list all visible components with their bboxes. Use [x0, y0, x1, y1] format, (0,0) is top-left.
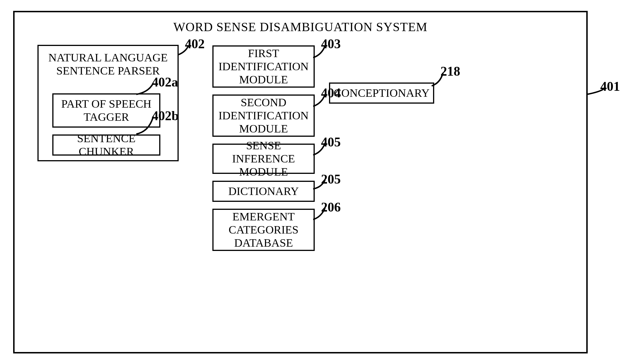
ref-405: 405	[321, 134, 341, 150]
sense-inference-module: SENSE INFERENCE MODULE	[212, 144, 315, 174]
first-identification-module: FIRST IDENTIFICATION MODULE	[212, 45, 315, 88]
pos-tagger-l1: PART OF SPEECH	[61, 97, 151, 110]
pos-tagger-box: PART OF SPEECH TAGGER	[52, 93, 160, 128]
first-id-l2: IDENTIFICATION	[218, 60, 309, 73]
conceptionary-label: CONCEPTIONARY	[334, 87, 430, 100]
parser-title-l1: NATURAL LANGUAGE	[48, 51, 168, 64]
ref-402: 402	[185, 36, 205, 51]
ref-402b: 402b	[152, 108, 179, 123]
emergent-l1: EMERGENT	[232, 210, 295, 223]
ref-403: 403	[321, 36, 341, 51]
second-identification-module: SECOND IDENTIFICATION MODULE	[212, 94, 315, 137]
dictionary-module: DICTIONARY	[212, 181, 315, 202]
sentence-chunker-box: SENTENCE CHUNKER	[52, 134, 160, 156]
emergent-categories-database: EMERGENT CATEGORIES DATABASE	[212, 209, 315, 251]
sense-l1: SENSE INFERENCE	[232, 139, 295, 165]
conceptionary-box: CONCEPTIONARY	[329, 83, 434, 104]
parser-title-l2: SENTENCE PARSER	[56, 64, 160, 77]
second-id-l3: MODULE	[239, 122, 288, 135]
ref-205: 205	[321, 172, 341, 187]
pos-tagger-l2: TAGGER	[83, 110, 129, 123]
second-id-l2: IDENTIFICATION	[218, 109, 309, 122]
sense-l2: MODULE	[239, 165, 288, 178]
parser-container: NATURAL LANGUAGE SENTENCE PARSER PART OF…	[37, 45, 179, 161]
parser-title: NATURAL LANGUAGE SENTENCE PARSER	[41, 51, 175, 77]
sentence-chunker-label: SENTENCE CHUNKER	[56, 132, 156, 158]
ref-401: 401	[600, 79, 620, 94]
ref-206: 206	[321, 200, 341, 215]
system-frame: WORD SENSE DISAMBIGUATION SYSTEM NATURAL…	[13, 11, 588, 353]
system-title: WORD SENSE DISAMBIGUATION SYSTEM	[15, 20, 586, 34]
second-id-l1: SECOND	[241, 96, 286, 109]
first-id-l1: FIRST	[248, 47, 279, 60]
ref-218: 218	[440, 64, 460, 79]
first-id-l3: MODULE	[239, 73, 288, 86]
ref-404: 404	[321, 85, 341, 100]
emergent-l3: DATABASE	[234, 236, 293, 249]
dictionary-label: DICTIONARY	[228, 185, 299, 198]
ref-402a: 402a	[152, 75, 178, 90]
emergent-l2: CATEGORIES	[229, 223, 298, 236]
